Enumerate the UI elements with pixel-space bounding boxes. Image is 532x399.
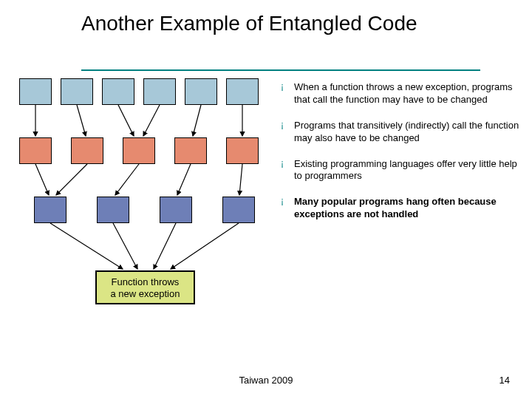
- diagram-box: [226, 78, 259, 105]
- function-box-line2: a new exception: [111, 288, 180, 299]
- diagram-box: [222, 197, 255, 223]
- svg-line-7: [56, 164, 87, 195]
- bullet-text: Many popular programs hang often because…: [294, 196, 522, 221]
- diagram-box: [160, 197, 192, 223]
- svg-line-13: [154, 223, 176, 269]
- bullet-item: ¡ Existing programming languages offer v…: [281, 158, 522, 183]
- title-underline: [81, 69, 480, 71]
- bullet-text: Programs that transitively (indirectly) …: [294, 120, 522, 145]
- bullet-item: ¡ Many popular programs hang often becau…: [281, 196, 522, 221]
- svg-line-3: [143, 105, 160, 136]
- bullet-item: ¡ Programs that transitively (indirectly…: [281, 120, 522, 145]
- svg-line-14: [171, 223, 239, 269]
- svg-line-1: [77, 105, 86, 136]
- footer-center: Taiwan 2009: [0, 375, 532, 386]
- bullet-item: ¡ When a function throws a new exception…: [281, 81, 522, 106]
- diagram-box: [123, 137, 155, 164]
- function-box: Function throws a new exception: [95, 270, 195, 304]
- diagram-box: [97, 197, 129, 223]
- diagram-box: [71, 137, 103, 164]
- bullet-list: ¡ When a function throws a new exception…: [281, 81, 522, 234]
- slide: Another Example of Entangled Code: [0, 0, 532, 399]
- diagram-box: [226, 137, 259, 164]
- svg-line-10: [239, 164, 242, 195]
- page-number: 14: [499, 375, 510, 386]
- diagram-box: [61, 78, 93, 105]
- diagram-box: [19, 137, 52, 164]
- diagram-box: [34, 197, 66, 223]
- title-container: Another Example of Entangled Code: [81, 12, 466, 35]
- svg-line-11: [50, 223, 123, 269]
- svg-line-2: [118, 105, 134, 136]
- function-box-line1: Function throws: [112, 276, 180, 287]
- bullet-marker-icon: ¡: [281, 196, 290, 221]
- svg-line-8: [115, 164, 139, 195]
- bullet-marker-icon: ¡: [281, 158, 290, 183]
- bullet-marker-icon: ¡: [281, 81, 290, 106]
- svg-line-6: [35, 164, 49, 195]
- diagram-box: [19, 78, 52, 105]
- bullet-marker-icon: ¡: [281, 120, 290, 145]
- diagram-box: [174, 137, 207, 164]
- diagram: Function throws a new exception: [19, 78, 263, 322]
- svg-line-9: [177, 164, 191, 195]
- svg-line-12: [113, 223, 137, 269]
- bullet-text: Existing programming languages offer ver…: [294, 158, 522, 183]
- slide-title: Another Example of Entangled Code: [81, 12, 466, 35]
- diagram-box: [102, 78, 134, 105]
- svg-line-4: [193, 105, 201, 136]
- diagram-box: [143, 78, 176, 105]
- bullet-text: When a function throws a new exception, …: [294, 81, 522, 106]
- diagram-box: [185, 78, 217, 105]
